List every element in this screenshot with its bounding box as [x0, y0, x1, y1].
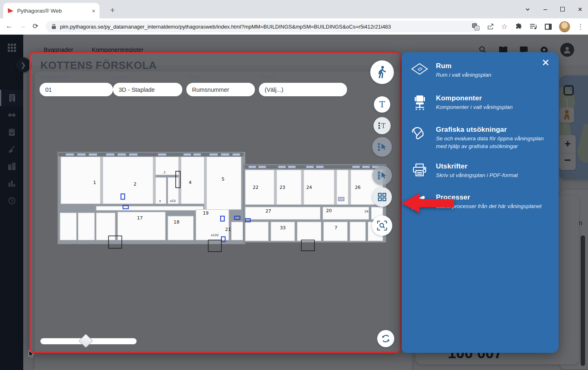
window-maximize-icon[interactable] — [560, 7, 565, 11]
field-label: Layout — [113, 74, 182, 80]
select-list-icon — [377, 142, 387, 151]
walk-icon — [376, 66, 388, 79]
mouse-cursor — [29, 350, 35, 358]
chair-icon — [411, 94, 429, 111]
paint-bucket-icon — [411, 126, 429, 141]
browser-titlebar: Pythagoras® Web × + – × — [0, 0, 588, 18]
field-label: Våningsplan — [40, 74, 113, 80]
media-controls-icon[interactable] — [529, 23, 537, 30]
reset-view-button[interactable] — [377, 330, 394, 347]
texter-select[interactable]: Rumsnummer — [186, 83, 255, 96]
translate-icon[interactable]: G A — [472, 23, 480, 31]
room-label: 20 — [326, 208, 332, 213]
side-panel-icon[interactable] — [544, 23, 552, 30]
panel-item-subtitle: Se och evaluera data för öppna våningspl… — [436, 135, 548, 151]
printer-icon — [411, 162, 429, 177]
text-list-button[interactable]: T — [374, 117, 391, 134]
bookmark-star-icon[interactable]: ☆ — [501, 22, 508, 31]
grid-view-icon — [378, 193, 387, 202]
field-planvy: Planvy (Välj...) — [259, 74, 347, 96]
vaningsplan-select[interactable]: 01 — [40, 83, 113, 96]
zoom-slider-thumb[interactable] — [79, 334, 93, 348]
panel-item-subtitle: Skriv ut våningsplan i PDF-format — [436, 172, 518, 179]
tab-title: Pythagoras® Web — [17, 8, 88, 14]
menu-dots-icon[interactable]: ⋮ — [577, 22, 584, 31]
room-label: 23 — [279, 185, 285, 190]
tab-search-chevron-icon[interactable] — [525, 7, 531, 12]
url-text: pim.pythagoras.se/py_datamanager_interna… — [60, 24, 391, 30]
forward-icon[interactable]: → — [19, 22, 26, 30]
room-label: x — [159, 199, 161, 203]
address-bar[interactable]: pim.pythagoras.se/py_datamanager_interna… — [46, 21, 479, 32]
zoom-fit-button[interactable] — [372, 215, 392, 236]
grid-view-button[interactable] — [372, 187, 392, 207]
room-label: 17 — [137, 215, 143, 221]
field-layout: Layout 3D - Staplade — [113, 74, 182, 96]
room-label: 22 — [253, 185, 259, 190]
panel-item-title: Rum — [436, 62, 491, 70]
room-label: x10 — [170, 199, 176, 203]
field-label: Planvy — [259, 74, 347, 80]
panel-item-title: Grafiska utsökningar — [436, 126, 548, 134]
select-dots-button[interactable] — [372, 166, 392, 185]
panel-item-subtitle: Rum i valt våningsplan — [436, 71, 491, 79]
planvy-select[interactable]: (Välj...) — [259, 83, 347, 96]
browser-toolbar: ← → ⟳ pim.pythagoras.se/py_datamanager_i… — [0, 18, 588, 35]
text-button[interactable]: T — [374, 96, 390, 113]
room-label: 5 — [221, 177, 224, 182]
panel-item-title: Komponenter — [436, 94, 513, 102]
tab-close-icon[interactable]: × — [92, 8, 95, 14]
profile-avatar[interactable] — [559, 21, 570, 32]
room-label: 26 — [355, 185, 360, 190]
floorplan-dialog: KOTTENS FÖRSKOLA Våningsplan 01 Layout 3… — [29, 52, 400, 353]
room-icon — [411, 62, 429, 75]
room-label: 21 — [225, 227, 231, 232]
room-label: x102 — [211, 233, 219, 237]
lock-icon — [51, 24, 56, 29]
text-list-icon: T — [378, 122, 387, 130]
panel-item-rum[interactable]: Rum Rum i valt våningsplan — [411, 62, 548, 79]
field-texter: Texter Rumsnummer — [186, 74, 255, 96]
panel-close-icon[interactable]: ✕ — [542, 57, 550, 69]
extensions-icon[interactable] — [515, 23, 522, 31]
room-label: 29 — [365, 210, 369, 213]
walk-mode-button[interactable] — [370, 60, 394, 84]
reset-view-icon — [381, 334, 391, 343]
select-list-button[interactable] — [372, 137, 392, 157]
pythagoras-favicon — [7, 7, 14, 14]
room-label: 1 — [93, 180, 96, 185]
zoom-slider[interactable] — [40, 338, 137, 344]
floorplan-viewport[interactable]: 12.1xx104517181921x10222232426272029337 — [55, 151, 389, 253]
panel-item-title: Utskrifter — [436, 162, 518, 171]
reload-icon[interactable]: ⟳ — [33, 22, 38, 31]
share-icon[interactable] — [486, 23, 494, 31]
layout-select[interactable]: 3D - Staplade — [113, 83, 182, 96]
zoom-fit-icon — [377, 220, 387, 231]
floorplan-svg: 12.1xx104517181921x10222232426272029337 — [55, 151, 389, 253]
new-tab-button[interactable]: + — [107, 4, 118, 16]
svg-text:T: T — [381, 122, 386, 130]
window-minimize-icon[interactable]: – — [544, 6, 547, 13]
panel-item-komponenter[interactable]: Komponenter Komponenter i valt våningspl… — [411, 94, 548, 111]
room-label: 27 — [265, 208, 271, 214]
room-label: 24 — [306, 185, 312, 190]
room-label: 19 — [203, 210, 209, 216]
field-vaningsplan: Våningsplan 01 — [40, 74, 113, 96]
panel-item-grafiska[interactable]: Grafiska utsökningar Se och evaluera dat… — [411, 126, 548, 151]
panel-item-subtitle: Komponenter i valt våningsplan — [436, 104, 513, 111]
room-label: 33 — [280, 225, 285, 230]
panel-item-utskrifter[interactable]: Utskrifter Skriv ut våningsplan i PDF-fo… — [411, 162, 548, 179]
svg-text:A: A — [476, 26, 478, 30]
room-label: 2 — [133, 182, 136, 187]
select-dots-icon — [377, 171, 387, 180]
room-label: 4 — [189, 180, 192, 185]
room-label: .1 — [163, 171, 166, 174]
red-annotation-arrow — [401, 192, 455, 214]
building-title: KOTTENS FÖRSKOLA — [40, 59, 157, 72]
field-label: Texter — [186, 74, 255, 80]
window-close-icon[interactable]: × — [578, 5, 582, 13]
browser-tab[interactable]: Pythagoras® Web × — [3, 3, 99, 18]
text-icon: T — [379, 100, 385, 109]
back-icon[interactable]: ← — [6, 22, 13, 30]
room-label: 7 — [334, 225, 337, 230]
